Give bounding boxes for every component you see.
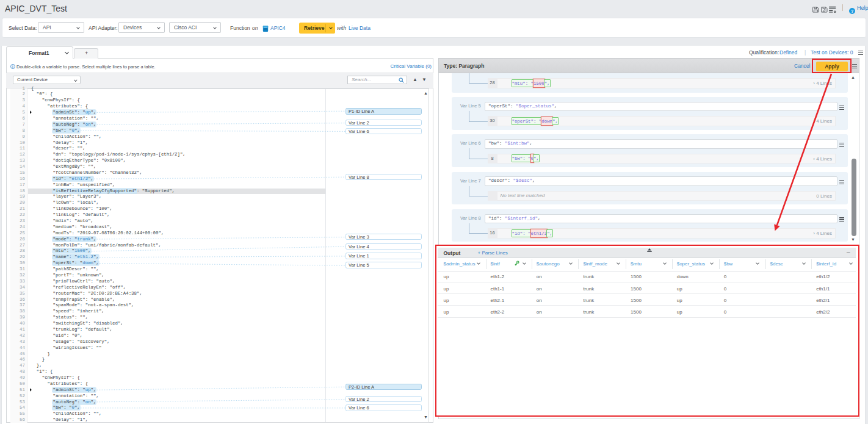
svg-text:?: ? [850,9,853,13]
